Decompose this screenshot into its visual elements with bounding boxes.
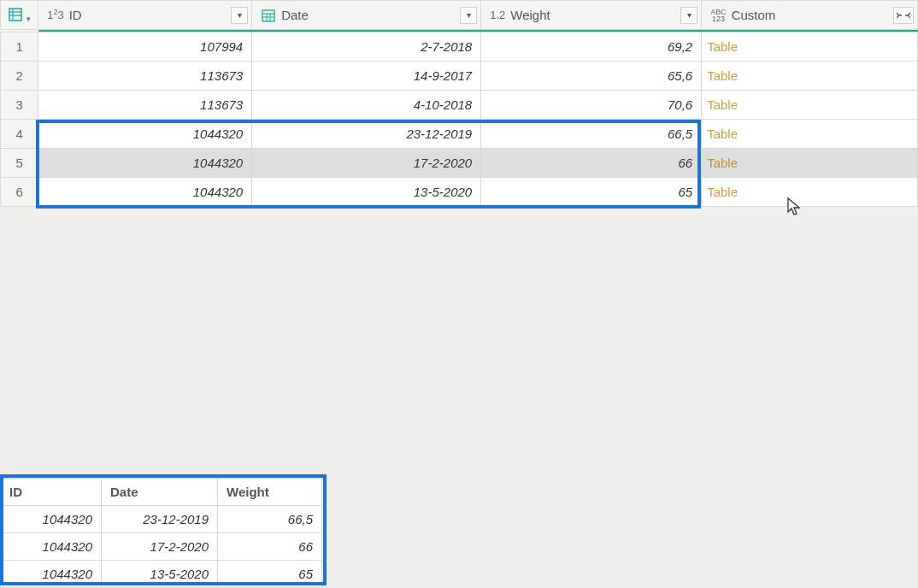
cell-id[interactable]: 1044320 [38, 178, 252, 207]
column-header-weight[interactable]: 1.2 Weight ▾ [481, 1, 702, 30]
cell-date[interactable]: 2-7-2018 [252, 32, 481, 62]
table-options-header[interactable]: ▾ [1, 1, 38, 30]
preview-row[interactable]: 104432017-2-202066 [1, 533, 322, 561]
preview-cell-date[interactable]: 13-5-2020 [102, 561, 218, 588]
row-number: 4 [1, 120, 38, 149]
row-number: 6 [1, 178, 38, 207]
table-row[interactable]: 5104432017-2-202066Table [1, 149, 918, 178]
type-icon-decimal: 1.2 [490, 9, 505, 21]
cell-id[interactable]: 1044320 [38, 149, 252, 178]
cell-weight[interactable]: 65,6 [481, 62, 702, 91]
table-row[interactable]: 211367314-9-201765,6Table [1, 62, 918, 91]
svg-rect-0 [9, 9, 21, 21]
preview-cell-id[interactable]: 1044320 [1, 561, 102, 588]
row-number: 5 [1, 149, 38, 178]
preview-col-id[interactable]: ID [1, 479, 102, 506]
cell-id[interactable]: 1044320 [38, 120, 252, 149]
cell-weight[interactable]: 65 [481, 178, 702, 207]
cell-custom[interactable]: Table [702, 32, 918, 62]
table-row[interactable]: 6104432013-5-202065Table [1, 178, 918, 207]
table-row[interactable]: 11079942-7-201869,2Table [1, 32, 918, 62]
preview-cell-weight[interactable]: 66 [218, 533, 322, 561]
cell-id[interactable]: 107994 [38, 32, 252, 62]
cell-date[interactable]: 17-2-2020 [252, 149, 481, 178]
column-header-date[interactable]: Date ▾ [252, 1, 481, 30]
filter-button-date[interactable]: ▾ [460, 7, 477, 24]
cell-weight[interactable]: 66 [481, 149, 702, 178]
preview-cell-weight[interactable]: 66,5 [218, 506, 322, 533]
svg-rect-4 [262, 10, 274, 21]
preview-row[interactable]: 104432013-5-202065 [1, 561, 322, 588]
cell-custom[interactable]: Table [702, 178, 918, 207]
main-data-grid[interactable]: ▾ 123 ID ▾ [0, 0, 918, 207]
cell-weight[interactable]: 70,6 [481, 91, 702, 120]
cell-date[interactable]: 4-10-2018 [252, 91, 481, 120]
column-header-id[interactable]: 123 ID ▾ [38, 1, 252, 30]
preview-header-row: ID Date Weight [1, 479, 322, 506]
cell-custom[interactable]: Table [702, 91, 918, 120]
row-number: 2 [1, 62, 38, 91]
cell-date[interactable]: 13-5-2020 [252, 178, 481, 207]
cell-weight[interactable]: 69,2 [481, 32, 702, 62]
preview-cell-date[interactable]: 17-2-2020 [102, 533, 218, 561]
row-number: 3 [1, 91, 38, 120]
cell-custom[interactable]: Table [702, 120, 918, 149]
filter-button-id[interactable]: ▾ [231, 7, 248, 24]
preview-row[interactable]: 104432023-12-201966,5 [1, 506, 322, 533]
type-icon-date [261, 8, 276, 23]
column-label-custom: Custom [732, 8, 776, 22]
filter-button-weight[interactable]: ▾ [680, 7, 697, 24]
preview-cell-id[interactable]: 1044320 [1, 533, 102, 561]
type-icon-any: ABC123 [710, 9, 727, 22]
table-row[interactable]: 4104432023-12-201966,5Table [1, 120, 918, 149]
cell-date[interactable]: 23-12-2019 [252, 120, 481, 149]
cell-custom[interactable]: Table [702, 149, 918, 178]
cell-id[interactable]: 113673 [38, 91, 252, 120]
column-label-date: Date [281, 8, 309, 22]
table-row[interactable]: 31136734-10-201870,6Table [1, 91, 918, 120]
preview-cell-date[interactable]: 23-12-2019 [102, 506, 218, 533]
expand-button-custom[interactable] [893, 7, 914, 24]
preview-col-date[interactable]: Date [102, 479, 218, 506]
cell-id[interactable]: 113673 [38, 62, 252, 91]
column-header-row: ▾ 123 ID ▾ [1, 1, 918, 30]
empty-area [0, 208, 918, 473]
column-label-weight: Weight [510, 8, 550, 22]
preview-cell-weight[interactable]: 65 [218, 561, 322, 588]
preview-col-weight[interactable]: Weight [218, 479, 322, 506]
column-label-id: ID [69, 8, 82, 22]
cell-custom[interactable]: Table [702, 62, 918, 91]
table-options-icon[interactable] [8, 7, 23, 22]
preview-table[interactable]: ID Date Weight 104432023-12-201966,51044… [0, 478, 322, 588]
preview-cell-id[interactable]: 1044320 [1, 506, 102, 533]
row-number: 1 [1, 32, 38, 62]
cell-date[interactable]: 14-9-2017 [252, 62, 481, 91]
type-icon-int: 123 [47, 8, 63, 21]
cell-weight[interactable]: 66,5 [481, 120, 702, 149]
column-header-custom[interactable]: ABC123 Custom [702, 1, 918, 30]
